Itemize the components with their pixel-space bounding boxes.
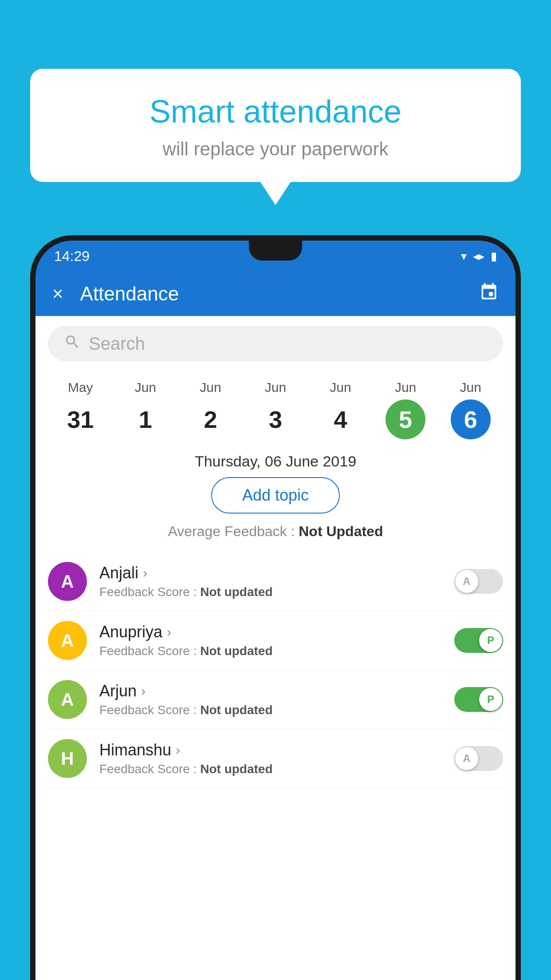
avg-feedback-label: Average Feedback :	[168, 523, 299, 539]
calendar-day[interactable]: May31	[54, 380, 107, 439]
attendance-toggle[interactable]: P	[454, 628, 503, 653]
student-avatar: A	[48, 621, 87, 660]
status-icons: ▾ ◂▸ ▮	[461, 249, 497, 263]
student-name: Anjali ›	[99, 564, 442, 582]
status-bar: 14:29 ▾ ◂▸ ▮	[35, 241, 516, 272]
bubble-subtitle: will replace your paperwork	[57, 138, 494, 160]
chevron-icon: ›	[176, 743, 180, 758]
add-topic-button[interactable]: Add topic	[211, 477, 340, 514]
cal-month-label: Jun	[330, 380, 351, 395]
toggle-knob: P	[479, 688, 502, 711]
student-item[interactable]: AArjun ›Feedback Score : Not updatedP	[48, 670, 503, 729]
cal-month-label: Jun	[460, 380, 481, 395]
student-info: Arjun ›Feedback Score : Not updated	[99, 682, 442, 717]
cal-month-label: Jun	[135, 380, 156, 395]
battery-icon: ▮	[491, 249, 497, 263]
add-topic-container: Add topic	[35, 477, 516, 514]
notch	[249, 241, 302, 261]
cal-date-number: 4	[321, 399, 361, 439]
attendance-toggle[interactable]: A	[454, 569, 503, 594]
wifi-icon: ▾	[461, 249, 467, 263]
student-list: AAnjali ›Feedback Score : Not updatedAAA…	[35, 552, 516, 788]
cal-month-label: Jun	[200, 380, 221, 395]
attendance-toggle[interactable]: A	[454, 746, 503, 771]
cal-date-number: 5	[386, 399, 425, 439]
header-title: Attendance	[80, 283, 462, 305]
calendar-day[interactable]: Jun5	[379, 380, 432, 439]
toggle-knob: A	[455, 570, 478, 593]
signal-icon: ◂▸	[473, 249, 484, 263]
avg-feedback-value: Not Updated	[299, 523, 383, 539]
calendar-strip: May31Jun1Jun2Jun3Jun4Jun5Jun6	[35, 371, 516, 444]
selected-date: Thursday, 06 June 2019	[35, 453, 516, 470]
student-name: Himanshu ›	[99, 741, 442, 759]
student-avatar: H	[48, 739, 87, 778]
toggle-knob: A	[455, 747, 478, 770]
student-item[interactable]: AAnupriya ›Feedback Score : Not updatedP	[48, 611, 503, 670]
student-feedback: Feedback Score : Not updated	[99, 703, 442, 717]
app-content: Search May31Jun1Jun2Jun3Jun4Jun5Jun6 Thu…	[35, 316, 516, 980]
speech-bubble: Smart attendance will replace your paper…	[30, 69, 521, 182]
calendar-day[interactable]: Jun2	[184, 380, 237, 439]
student-feedback: Feedback Score : Not updated	[99, 644, 442, 658]
student-avatar: A	[48, 680, 87, 719]
bubble-title: Smart attendance	[57, 93, 494, 130]
student-name: Arjun ›	[99, 682, 442, 700]
chevron-icon: ›	[167, 624, 171, 640]
cal-date-number: 6	[451, 399, 491, 439]
calendar-day[interactable]: Jun1	[119, 380, 172, 439]
search-icon	[64, 333, 81, 354]
calendar-icon[interactable]	[479, 282, 499, 306]
phone-frame: 14:29 ▾ ◂▸ ▮ × Attendance	[30, 235, 521, 980]
student-info: Anupriya ›Feedback Score : Not updated	[99, 623, 442, 658]
student-item[interactable]: HHimanshu ›Feedback Score : Not updatedA	[48, 729, 503, 788]
cal-month-label: Jun	[265, 380, 286, 395]
chevron-icon: ›	[141, 684, 146, 699]
cal-date-number: 2	[190, 399, 230, 439]
calendar-day[interactable]: Jun3	[249, 380, 302, 439]
student-info: Himanshu ›Feedback Score : Not updated	[99, 741, 442, 776]
cal-date-number: 3	[256, 399, 295, 439]
student-avatar: A	[48, 562, 87, 601]
calendar-day[interactable]: Jun6	[444, 380, 497, 439]
cal-month-label: Jun	[395, 380, 416, 395]
search-bar[interactable]: Search	[48, 326, 503, 361]
status-time: 14:29	[54, 248, 90, 265]
toggle-knob: P	[479, 629, 502, 652]
chevron-icon: ›	[143, 565, 147, 581]
cal-date-number: 31	[60, 399, 100, 439]
cal-month-label: May	[68, 380, 93, 395]
attendance-toggle[interactable]: P	[454, 687, 503, 712]
phone-inner: 14:29 ▾ ◂▸ ▮ × Attendance	[35, 241, 516, 980]
search-placeholder: Search	[89, 334, 145, 354]
calendar-day[interactable]: Jun4	[314, 380, 367, 439]
app-header: × Attendance	[35, 272, 516, 316]
student-name: Anupriya ›	[99, 623, 442, 641]
student-item[interactable]: AAnjali ›Feedback Score : Not updatedA	[48, 552, 503, 611]
student-feedback: Feedback Score : Not updated	[99, 585, 442, 599]
avg-feedback: Average Feedback : Not Updated	[35, 523, 516, 540]
student-info: Anjali ›Feedback Score : Not updated	[99, 564, 442, 599]
cal-date-number: 1	[126, 399, 165, 439]
close-button[interactable]: ×	[52, 283, 63, 304]
student-feedback: Feedback Score : Not updated	[99, 762, 442, 776]
